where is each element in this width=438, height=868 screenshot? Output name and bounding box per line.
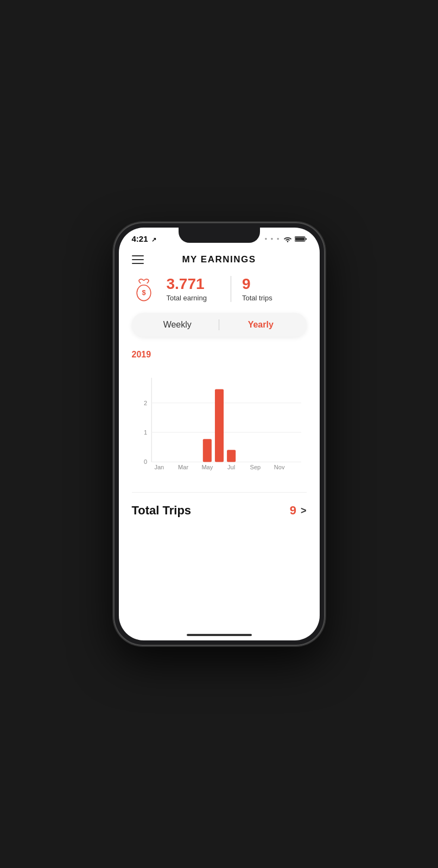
menu-button[interactable] <box>132 255 144 264</box>
total-earning-value: 3.771 <box>167 276 231 293</box>
chevron-right-icon[interactable]: > <box>301 505 307 517</box>
svg-text:$: $ <box>142 288 145 297</box>
svg-text:Mar: Mar <box>178 464 188 470</box>
svg-text:Sep: Sep <box>250 464 261 470</box>
svg-text:Jan: Jan <box>154 464 164 470</box>
notch <box>179 228 260 243</box>
bar-jul <box>227 450 236 462</box>
bar-jun <box>214 389 223 462</box>
total-trips-section-label: Total Trips <box>132 504 192 518</box>
svg-text:0: 0 <box>144 458 147 465</box>
phone-screen: 4:21 ↗ ● ● ● <box>119 228 320 640</box>
svg-rect-2 <box>295 237 304 241</box>
total-earning-item: 3.771 Total earning <box>167 276 231 302</box>
year-label: 2019 <box>132 350 307 360</box>
svg-rect-1 <box>305 238 306 240</box>
total-trips-item: 9 Total trips <box>231 276 307 302</box>
page-header: MY EARNINGS <box>132 246 307 276</box>
total-trips-label: Total trips <box>242 294 307 302</box>
svg-text:Nov: Nov <box>274 464 284 470</box>
phone-frame: 4:21 ↗ ● ● ● <box>113 222 325 646</box>
svg-text:2: 2 <box>144 400 147 406</box>
earnings-data: 3.771 Total earning 9 Total trips <box>167 276 307 302</box>
wifi-icon <box>283 236 292 242</box>
earnings-summary: $ 3.771 Total earning 9 Total trips <box>132 276 307 302</box>
signal-dots-icon: ● ● ● <box>265 236 281 241</box>
money-bag-icon: $ <box>132 278 156 302</box>
status-time: 4:21 ↗ <box>132 234 156 243</box>
status-icons: ● ● ● <box>265 236 307 242</box>
page-title: MY EARNINGS <box>182 254 256 265</box>
chart-svg: 0 1 2 <box>132 368 307 488</box>
earnings-chart: 0 1 2 <box>132 368 307 488</box>
toggle-divider <box>219 319 219 330</box>
total-earning-label: Total earning <box>167 294 231 302</box>
home-indicator <box>187 634 252 636</box>
total-trips-section[interactable]: Total Trips 9 > <box>132 492 307 529</box>
total-trips-value: 9 <box>242 276 307 293</box>
bar-may <box>202 439 211 462</box>
battery-icon <box>295 236 307 242</box>
yearly-option[interactable]: Yearly <box>224 320 298 330</box>
svg-text:1: 1 <box>144 429 147 436</box>
weekly-option[interactable]: Weekly <box>141 320 215 330</box>
period-toggle[interactable]: Weekly Yearly <box>132 313 307 337</box>
total-trips-section-value: 9 <box>290 504 296 518</box>
svg-text:Jul: Jul <box>227 464 235 470</box>
svg-text:May: May <box>201 464 213 470</box>
total-trips-right: 9 > <box>290 504 307 518</box>
main-content: MY EARNINGS $ 3.771 Total earning 9 <box>119 246 320 634</box>
